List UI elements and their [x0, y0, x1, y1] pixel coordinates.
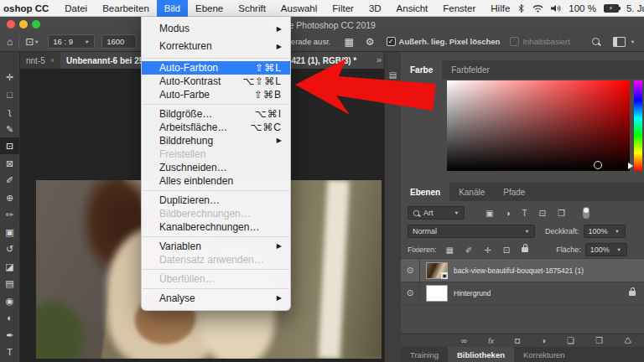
eyedropper-tool[interactable]: ✐: [0, 172, 19, 189]
layer-row[interactable]: ⊙Hintergrund: [401, 282, 644, 305]
layer-name[interactable]: Hintergrund: [454, 289, 491, 297]
pixel-layer-filter-icon[interactable]: ▣: [486, 209, 493, 218]
menu-item-variablen[interactable]: Variablen▶: [142, 240, 290, 253]
gradient-tool[interactable]: ▤: [0, 275, 19, 292]
type-layer-filter-icon[interactable]: T: [522, 209, 527, 218]
dodge-tool[interactable]: ◐: [0, 309, 19, 326]
app-menu-label[interactable]: oshop CC: [0, 3, 57, 13]
adjustment-layer-icon[interactable]: ◑: [541, 334, 546, 348]
tab-korrekturen[interactable]: Korrekturen: [514, 347, 574, 362]
layer-row[interactable]: ⊙▣back-view-beautiful-bouquet-1875421 (1…: [401, 259, 644, 282]
document-tab-inactive[interactable]: nnt-5 ×: [20, 52, 60, 69]
content-aware-checkbox[interactable]: [510, 37, 519, 46]
menubar-item-fenster[interactable]: Fenster: [435, 0, 483, 17]
eraser-tool[interactable]: ◪: [0, 258, 19, 275]
menubar-item-hilfe[interactable]: Hilfe: [483, 0, 517, 17]
pen-tool[interactable]: ✒: [0, 327, 19, 344]
menubar-item-3d[interactable]: 3D: [361, 0, 389, 17]
layer-visibility-eye-icon[interactable]: ⊙: [401, 282, 420, 304]
crop-tool-options-icon[interactable]: ⊡: [25, 32, 34, 52]
tab-training[interactable]: Training: [401, 347, 448, 362]
lock-artboard-icon[interactable]: ⊡: [503, 246, 510, 255]
layer-thumbnail[interactable]: ▣: [426, 262, 448, 279]
crop-ratio-select[interactable]: 16 : 9▼: [48, 34, 95, 49]
overlay-grid-icon[interactable]: ▦: [344, 32, 353, 52]
brush-tool[interactable]: ✏: [0, 206, 19, 223]
tab-ebenen[interactable]: Ebenen: [401, 183, 449, 201]
frame-tool[interactable]: ⊠: [0, 155, 19, 172]
menu-item-auto-farbton[interactable]: Auto-Farbton⇧⌘L: [142, 61, 290, 75]
collapsed-histogram-panel-icon[interactable]: ▤: [387, 70, 398, 80]
hue-slider-pointer[interactable]: [628, 163, 633, 169]
menubar-item-auswahl[interactable]: Auswahl: [273, 0, 325, 17]
color-saturation-field[interactable]: [447, 80, 630, 171]
layer-mask-icon[interactable]: ◘: [515, 334, 520, 348]
hue-slider[interactable]: [634, 80, 642, 171]
adjustment-layer-filter-icon[interactable]: ◑: [505, 209, 510, 218]
menubar-item-schrift[interactable]: Schrift: [231, 0, 273, 17]
menubar-item-ansicht[interactable]: Ansicht: [389, 0, 436, 17]
menubar-item-bearbeiten[interactable]: Bearbeiten: [95, 0, 157, 17]
layer-group-icon[interactable]: ❏: [567, 334, 574, 348]
link-layers-icon[interactable]: ∞: [461, 334, 467, 348]
foreground-color-swatch[interactable]: [413, 85, 426, 99]
layer-visibility-eye-icon[interactable]: ⊙: [401, 259, 420, 282]
opacity-select[interactable]: 100% ▼: [584, 225, 626, 238]
tab-bibliotheken[interactable]: Bibliotheken: [448, 347, 514, 362]
menu-item-arbeitsfläche-[interactable]: Arbeitsfläche…⌥⌘C: [142, 121, 290, 134]
straighten-label[interactable]: Gerade ausr.: [284, 37, 330, 46]
layer-effects-icon[interactable]: fx: [488, 334, 494, 348]
type-tool[interactable]: T: [0, 344, 19, 360]
close-window-button[interactable]: [7, 20, 15, 28]
collapsed-info-panel-icon[interactable]: ❐: [387, 84, 398, 94]
lasso-tool[interactable]: ʅ: [0, 103, 19, 120]
menu-item-kanalberechnungen-[interactable]: Kanalberechnungen…: [142, 220, 290, 234]
zoom-window-button[interactable]: [32, 20, 40, 28]
marquee-tool[interactable]: □: [0, 86, 19, 103]
menu-item-bilddrehung[interactable]: Bilddrehung▶: [142, 134, 290, 147]
shape-layer-filter-icon[interactable]: ⊡: [539, 209, 546, 218]
clone-stamp-tool[interactable]: ▣: [0, 224, 19, 240]
layer-name[interactable]: back-view-beautiful-bouquet-1875421 (1): [454, 266, 584, 275]
chevron-down-icon[interactable]: ▼: [630, 39, 636, 44]
quick-selection-tool[interactable]: ✎: [0, 121, 19, 137]
crop-tool[interactable]: ⊡: [0, 137, 19, 154]
tab-kanäle[interactable]: Kanäle: [449, 183, 494, 201]
lock-transparency-icon[interactable]: ▦: [446, 246, 454, 255]
menubar-item-filter[interactable]: Filter: [325, 0, 361, 17]
menu-item-analyse[interactable]: Analyse▶: [142, 292, 290, 305]
layer-filter-select[interactable]: Art ▼: [408, 206, 465, 220]
color-cursor[interactable]: [594, 161, 602, 169]
healing-brush-tool[interactable]: ⊕: [0, 189, 19, 206]
blur-tool[interactable]: ◉: [0, 292, 19, 309]
menu-item-auto-farbe[interactable]: Auto-Farbe⇧⌘B: [142, 88, 290, 101]
menu-item-alles-einblenden[interactable]: Alles einblenden: [142, 174, 290, 188]
move-tool[interactable]: ✛: [0, 69, 19, 85]
blend-mode-select[interactable]: Normal ▼: [408, 225, 535, 238]
home-icon[interactable]: ⌂: [7, 32, 13, 52]
menubar-item-ebene[interactable]: Ebene: [188, 0, 231, 17]
crop-width-input[interactable]: 1600: [101, 34, 137, 49]
menubar-item-datei[interactable]: Datei: [57, 0, 95, 17]
layer-thumbnail[interactable]: [426, 285, 448, 302]
menu-item-duplizieren-[interactable]: Duplizieren…: [142, 194, 290, 207]
workspace-switcher-icon[interactable]: [613, 37, 626, 47]
tab-farbfelder[interactable]: Farbfelder: [442, 60, 499, 79]
menu-item-auto-kontrast[interactable]: Auto-Kontrast⌥⇧⌘L: [142, 75, 290, 88]
wifi-icon[interactable]: [532, 4, 543, 13]
menubar-item-bild[interactable]: Bild: [157, 0, 188, 17]
smart-object-filter-icon[interactable]: ❐: [558, 209, 565, 218]
fill-select[interactable]: 100% ▼: [585, 243, 627, 256]
chevron-down-icon[interactable]: ▼: [34, 39, 39, 44]
menu-item-zuschneiden-[interactable]: Zuschneiden…: [142, 161, 290, 174]
menu-item-korrekturen[interactable]: Korrekturen▶: [142, 38, 290, 55]
minimize-window-button[interactable]: [19, 20, 28, 28]
lock-all-icon[interactable]: [522, 247, 528, 252]
menu-item-modus[interactable]: Modus▶: [142, 20, 290, 38]
history-brush-tool[interactable]: ↺: [0, 240, 19, 257]
filter-toggle-switch[interactable]: [583, 207, 589, 219]
volume-icon[interactable]: [551, 4, 561, 13]
delete-cropped-pixels-checkbox[interactable]: ✓: [387, 37, 396, 46]
crop-settings-gear-icon[interactable]: ⚙: [366, 32, 375, 52]
delete-layer-icon[interactable]: ♺: [624, 334, 631, 348]
